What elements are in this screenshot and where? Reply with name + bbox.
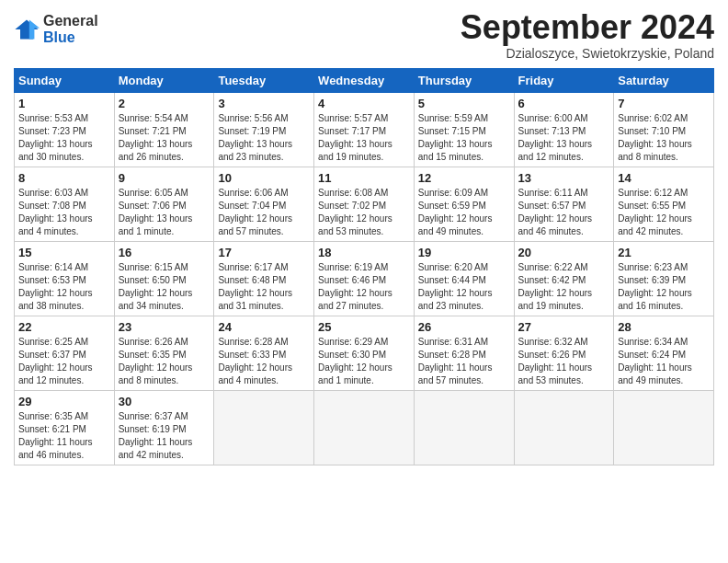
location-subtitle: Dzialoszyce, Swietokrzyskie, Poland	[461, 46, 714, 61]
day-info: Sunrise: 5:57 AM Sunset: 7:17 PM Dayligh…	[318, 112, 410, 164]
calendar-table: Sunday Monday Tuesday Wednesday Thursday…	[14, 68, 714, 465]
logo: General Blue	[14, 13, 98, 45]
day-number: 6	[518, 97, 610, 110]
table-row: 3Sunrise: 5:56 AM Sunset: 7:19 PM Daylig…	[214, 92, 314, 167]
table-row: 11Sunrise: 6:08 AM Sunset: 7:02 PM Dayli…	[314, 167, 415, 241]
day-info: Sunrise: 6:22 AM Sunset: 6:42 PM Dayligh…	[518, 261, 610, 313]
day-number: 13	[518, 171, 610, 185]
calendar-week-row: 1Sunrise: 5:53 AM Sunset: 7:23 PM Daylig…	[15, 92, 714, 167]
calendar-week-row: 29Sunrise: 6:35 AM Sunset: 6:21 PM Dayli…	[15, 390, 714, 465]
day-info: Sunrise: 5:56 AM Sunset: 7:19 PM Dayligh…	[218, 112, 310, 164]
day-info: Sunrise: 6:26 AM Sunset: 6:35 PM Dayligh…	[119, 336, 210, 387]
day-number: 2	[119, 97, 210, 110]
table-row	[614, 390, 714, 465]
day-info: Sunrise: 6:35 AM Sunset: 6:21 PM Dayligh…	[18, 410, 110, 462]
calendar-week-row: 8Sunrise: 6:03 AM Sunset: 7:08 PM Daylig…	[15, 167, 714, 241]
table-row: 24Sunrise: 6:28 AM Sunset: 6:33 PM Dayli…	[214, 316, 314, 390]
day-info: Sunrise: 6:32 AM Sunset: 6:26 PM Dayligh…	[518, 336, 610, 387]
table-row: 8Sunrise: 6:03 AM Sunset: 7:08 PM Daylig…	[15, 167, 115, 241]
day-number: 9	[119, 171, 210, 185]
page-container: General Blue September 2024 Dzialoszyce,…	[0, 0, 728, 470]
col-sunday: Sunday	[15, 68, 115, 92]
day-number: 8	[18, 171, 110, 185]
day-number: 3	[218, 97, 310, 110]
day-info: Sunrise: 6:09 AM Sunset: 6:59 PM Dayligh…	[418, 187, 510, 238]
table-row	[514, 390, 614, 465]
table-row: 10Sunrise: 6:06 AM Sunset: 7:04 PM Dayli…	[214, 167, 314, 241]
day-info: Sunrise: 6:20 AM Sunset: 6:44 PM Dayligh…	[418, 261, 510, 313]
table-row: 9Sunrise: 6:05 AM Sunset: 7:06 PM Daylig…	[114, 167, 214, 241]
day-info: Sunrise: 6:23 AM Sunset: 6:39 PM Dayligh…	[618, 261, 710, 313]
table-row	[214, 390, 314, 465]
day-number: 22	[18, 320, 110, 334]
header: General Blue September 2024 Dzialoszyce,…	[14, 9, 714, 61]
day-number: 10	[218, 171, 310, 185]
table-row: 13Sunrise: 6:11 AM Sunset: 6:57 PM Dayli…	[514, 167, 614, 241]
col-wednesday: Wednesday	[314, 68, 415, 92]
table-row: 21Sunrise: 6:23 AM Sunset: 6:39 PM Dayli…	[614, 241, 714, 316]
table-row: 4Sunrise: 5:57 AM Sunset: 7:17 PM Daylig…	[314, 92, 415, 167]
table-row: 1Sunrise: 5:53 AM Sunset: 7:23 PM Daylig…	[15, 92, 115, 167]
day-info: Sunrise: 6:19 AM Sunset: 6:46 PM Dayligh…	[318, 261, 410, 313]
table-row: 15Sunrise: 6:14 AM Sunset: 6:53 PM Dayli…	[15, 241, 115, 316]
day-info: Sunrise: 6:37 AM Sunset: 6:19 PM Dayligh…	[119, 410, 210, 462]
logo-blue-label: Blue	[43, 29, 98, 46]
day-info: Sunrise: 6:02 AM Sunset: 7:10 PM Dayligh…	[618, 112, 710, 164]
day-info: Sunrise: 6:12 AM Sunset: 6:55 PM Dayligh…	[618, 187, 710, 238]
col-saturday: Saturday	[614, 68, 714, 92]
table-row: 27Sunrise: 6:32 AM Sunset: 6:26 PM Dayli…	[514, 316, 614, 390]
col-friday: Friday	[514, 68, 614, 92]
day-info: Sunrise: 6:29 AM Sunset: 6:30 PM Dayligh…	[318, 336, 410, 387]
table-row: 20Sunrise: 6:22 AM Sunset: 6:42 PM Dayli…	[514, 241, 614, 316]
day-number: 24	[218, 320, 310, 334]
header-row: Sunday Monday Tuesday Wednesday Thursday…	[15, 68, 714, 92]
table-row: 16Sunrise: 6:15 AM Sunset: 6:50 PM Dayli…	[114, 241, 214, 316]
col-monday: Monday	[114, 68, 214, 92]
table-row: 25Sunrise: 6:29 AM Sunset: 6:30 PM Dayli…	[314, 316, 415, 390]
logo-text: General Blue	[43, 13, 98, 45]
col-thursday: Thursday	[414, 68, 514, 92]
day-info: Sunrise: 6:03 AM Sunset: 7:08 PM Dayligh…	[18, 187, 110, 238]
day-number: 18	[318, 246, 410, 259]
table-row: 19Sunrise: 6:20 AM Sunset: 6:44 PM Dayli…	[414, 241, 514, 316]
month-title: September 2024	[461, 9, 714, 46]
table-row: 28Sunrise: 6:34 AM Sunset: 6:24 PM Dayli…	[614, 316, 714, 390]
day-number: 16	[119, 246, 210, 259]
table-row	[414, 390, 514, 465]
day-number: 23	[119, 320, 210, 334]
logo-general-label: General	[43, 13, 98, 29]
day-number: 14	[618, 171, 710, 185]
day-number: 7	[618, 97, 710, 110]
table-row: 30Sunrise: 6:37 AM Sunset: 6:19 PM Dayli…	[114, 390, 214, 465]
table-row: 6Sunrise: 6:00 AM Sunset: 7:13 PM Daylig…	[514, 92, 614, 167]
table-row: 17Sunrise: 6:17 AM Sunset: 6:48 PM Dayli…	[214, 241, 314, 316]
day-info: Sunrise: 6:17 AM Sunset: 6:48 PM Dayligh…	[218, 261, 310, 313]
table-row: 12Sunrise: 6:09 AM Sunset: 6:59 PM Dayli…	[414, 167, 514, 241]
day-info: Sunrise: 6:31 AM Sunset: 6:28 PM Dayligh…	[418, 336, 510, 387]
day-info: Sunrise: 6:15 AM Sunset: 6:50 PM Dayligh…	[119, 261, 210, 313]
table-row: 23Sunrise: 6:26 AM Sunset: 6:35 PM Dayli…	[114, 316, 214, 390]
day-info: Sunrise: 6:08 AM Sunset: 7:02 PM Dayligh…	[318, 187, 410, 238]
table-row: 2Sunrise: 5:54 AM Sunset: 7:21 PM Daylig…	[114, 92, 214, 167]
table-row: 18Sunrise: 6:19 AM Sunset: 6:46 PM Dayli…	[314, 241, 415, 316]
day-number: 30	[119, 395, 210, 408]
day-number: 20	[518, 246, 610, 259]
day-info: Sunrise: 6:28 AM Sunset: 6:33 PM Dayligh…	[218, 336, 310, 387]
table-row: 5Sunrise: 5:59 AM Sunset: 7:15 PM Daylig…	[414, 92, 514, 167]
logo-icon	[14, 17, 40, 42]
day-number: 15	[18, 246, 110, 259]
day-info: Sunrise: 6:14 AM Sunset: 6:53 PM Dayligh…	[18, 261, 110, 313]
day-number: 27	[518, 320, 610, 334]
day-number: 29	[18, 395, 110, 408]
day-number: 26	[418, 320, 510, 334]
table-row: 26Sunrise: 6:31 AM Sunset: 6:28 PM Dayli…	[414, 316, 514, 390]
day-number: 4	[318, 97, 410, 110]
table-row: 29Sunrise: 6:35 AM Sunset: 6:21 PM Dayli…	[15, 390, 115, 465]
day-info: Sunrise: 6:00 AM Sunset: 7:13 PM Dayligh…	[518, 112, 610, 164]
day-number: 1	[18, 97, 110, 110]
calendar-week-row: 22Sunrise: 6:25 AM Sunset: 6:37 PM Dayli…	[15, 316, 714, 390]
day-info: Sunrise: 6:06 AM Sunset: 7:04 PM Dayligh…	[218, 187, 310, 238]
day-info: Sunrise: 6:11 AM Sunset: 6:57 PM Dayligh…	[518, 187, 610, 238]
day-number: 28	[618, 320, 710, 334]
table-row: 22Sunrise: 6:25 AM Sunset: 6:37 PM Dayli…	[15, 316, 115, 390]
